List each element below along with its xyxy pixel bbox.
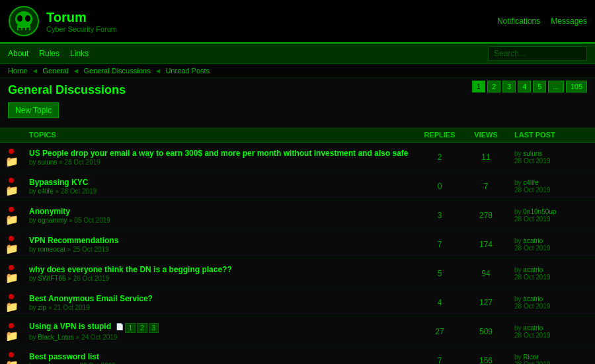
- topic-author[interactable]: zip: [38, 304, 46, 311]
- topic-views: 94: [463, 259, 509, 288]
- messages-link[interactable]: Messages: [551, 17, 587, 26]
- svg-rect-10: [29, 28, 30, 30]
- page-btn-2[interactable]: 2: [487, 81, 500, 92]
- lastpost-author[interactable]: acatrio: [523, 324, 543, 332]
- new-topic-button[interactable]: New Topic: [8, 102, 59, 118]
- unread-dot: [9, 294, 14, 299]
- topic-icon-cell: 📁: [0, 346, 24, 365]
- page-btn-3[interactable]: 3: [502, 81, 516, 92]
- topic-title-cell: Bypassing KYC by c4life » 28 Oct 2019: [24, 172, 416, 201]
- lastpost-author[interactable]: suiuns: [523, 150, 542, 157]
- mini-page-btn[interactable]: 1: [125, 323, 136, 333]
- lastpost-author[interactable]: acatrio: [523, 266, 543, 273]
- topic-lastpost: by acatrio28 Oct 2019: [509, 230, 595, 259]
- lastpost-author[interactable]: 0n10n50up: [523, 208, 556, 215]
- breadcrumb-general[interactable]: General: [42, 67, 68, 75]
- nav-about[interactable]: About: [8, 49, 28, 58]
- topic-views: 127: [463, 288, 509, 317]
- page-btn-5[interactable]: 5: [533, 81, 546, 92]
- col-replies: REPLIES: [416, 127, 463, 143]
- topic-author[interactable]: romeocat: [38, 246, 65, 253]
- table-row: 📁 Bypassing KYC by c4life » 28 Oct 2019 …: [0, 172, 595, 201]
- topic-author[interactable]: eastcreamy: [38, 362, 72, 365]
- folder-icon: 📁: [5, 272, 19, 283]
- table-row: 📁 Best Anonymous Email Service? by zip »…: [0, 288, 595, 317]
- navbar: About Rules Links: [0, 44, 595, 64]
- topic-title-cell: Best Anonymous Email Service? by zip » 2…: [24, 288, 416, 317]
- mini-page-btn[interactable]: 3: [149, 323, 159, 333]
- lastpost-author[interactable]: acatrio: [523, 295, 543, 303]
- topic-title-link[interactable]: Anonymity: [29, 207, 70, 216]
- lastpost-author[interactable]: Ricor: [523, 353, 538, 361]
- unread-dot: [9, 352, 14, 357]
- topic-icon-cell: 📁: [0, 172, 24, 201]
- topic-title-link[interactable]: Best password list: [29, 352, 99, 361]
- svg-rect-6: [17, 25, 30, 28]
- breadcrumb-unread-posts[interactable]: Unread Posts: [165, 67, 210, 75]
- topic-meta: by romeocat » 25 Oct 2019: [29, 246, 411, 253]
- topic-icon-cell: 📁: [0, 201, 24, 230]
- topic-icon-cell: 📁: [0, 317, 24, 346]
- topic-author[interactable]: ognammy: [38, 217, 67, 224]
- search-input[interactable]: [488, 46, 587, 61]
- folder-icon: 📁: [5, 185, 19, 196]
- table-row: 📁 VPN Recommendations by romeocat » 25 O…: [0, 230, 595, 259]
- topic-replies: 4: [416, 288, 463, 317]
- title-pagination-area: General Discussions 1 2 3 4 5 ... 105: [0, 78, 595, 100]
- topics-table: TOPICS REPLIES VIEWS LAST POST 📁 US Peop…: [0, 127, 595, 364]
- topic-title-link[interactable]: Bypassing KYC: [29, 178, 88, 187]
- folder-icon: 📁: [5, 243, 19, 254]
- nav-rules[interactable]: Rules: [39, 49, 60, 58]
- folder-icon: 📁: [5, 156, 19, 167]
- topic-title-cell: why does everyone think the DN is a begg…: [24, 259, 416, 288]
- topic-author[interactable]: Black_Lotus: [38, 334, 73, 341]
- topic-lastpost: by acatrio28 Oct 2019: [509, 259, 595, 288]
- page-btn-1[interactable]: 1: [472, 81, 485, 92]
- topic-views: 156: [463, 346, 509, 365]
- topic-meta: by Black_Lotus » 24 Oct 2019: [29, 334, 411, 341]
- topic-lastpost: by Ricor28 Oct 2019: [509, 346, 595, 365]
- folder-icon: 📁: [5, 330, 19, 342]
- breadcrumb-home[interactable]: Home: [8, 67, 27, 75]
- page-title-area: General Discussions: [0, 78, 134, 100]
- topic-meta: by suiuns » 28 Oct 2019: [29, 159, 411, 166]
- nav-links[interactable]: Links: [70, 49, 89, 58]
- topic-title-cell: Best password list by eastcreamy » 26 Oc…: [24, 346, 416, 365]
- logo-area: Torum Cyber Security Forum: [8, 5, 117, 37]
- notifications-link[interactable]: Notifications: [497, 17, 540, 26]
- skull-icon: [8, 5, 40, 37]
- topic-title-link[interactable]: Using a VPN is stupid: [29, 322, 111, 331]
- svg-point-3: [25, 15, 30, 22]
- pagination-top: 1 2 3 4 5 ... 105: [472, 81, 587, 92]
- lastpost-author[interactable]: c4life: [523, 179, 538, 186]
- topic-lastpost: by c4life28 Oct 2019: [509, 172, 595, 201]
- topic-views: 7: [463, 172, 509, 201]
- topic-icon-cell: 📁: [0, 259, 24, 288]
- topic-title-cell: US People drop your email a way to earn …: [24, 143, 416, 172]
- topic-author[interactable]: c4life: [38, 188, 53, 195]
- svg-point-2: [17, 15, 22, 22]
- page-btn-105[interactable]: 105: [566, 81, 587, 92]
- search-area: [488, 46, 587, 61]
- table-row: 📁 Anonymity by ognammy » 05 Oct 2019 327…: [0, 201, 595, 230]
- topic-title-link[interactable]: why does everyone think the DN is a begg…: [29, 265, 232, 274]
- topic-lastpost: by acatrio28 Oct 2019: [509, 317, 595, 346]
- svg-rect-7: [17, 28, 19, 30]
- table-row: 📁 Best password list by eastcreamy » 26 …: [0, 346, 595, 365]
- col-icon: [0, 127, 24, 143]
- mini-page-btn[interactable]: 2: [137, 323, 147, 333]
- topics-tbody: 📁 US People drop your email a way to ear…: [0, 143, 595, 365]
- topic-author[interactable]: SWIFT66: [38, 275, 65, 282]
- topic-title-link[interactable]: VPN Recommendations: [29, 236, 118, 245]
- table-row: 📁 Using a VPN is stupid 📄 123 by Black_L…: [0, 317, 595, 346]
- topic-title-cell: Using a VPN is stupid 📄 123 by Black_Lot…: [24, 317, 416, 346]
- unread-dot: [9, 207, 14, 212]
- topic-title-link[interactable]: Best Anonymous Email Service?: [29, 294, 153, 303]
- breadcrumb-general-discussions[interactable]: General Discussions: [84, 67, 151, 75]
- lastpost-author[interactable]: acatrio: [523, 237, 543, 244]
- topic-title-link[interactable]: US People drop your email a way to earn …: [29, 149, 408, 158]
- page-btn-4[interactable]: 4: [518, 81, 531, 92]
- topic-title-cell: VPN Recommendations by romeocat » 25 Oct…: [24, 230, 416, 259]
- topic-author[interactable]: suiuns: [38, 159, 57, 166]
- col-topics: TOPICS: [24, 127, 416, 143]
